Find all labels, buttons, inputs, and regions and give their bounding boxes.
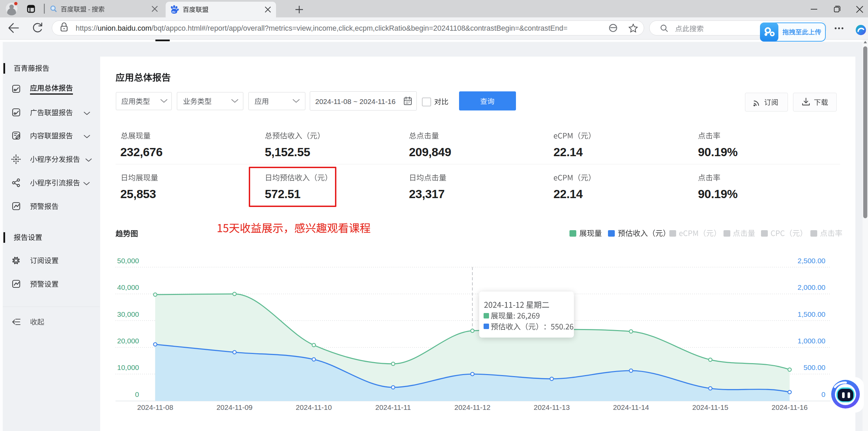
- svg-text:10,000: 10,000: [117, 363, 139, 371]
- svg-text:232,676: 232,676: [120, 145, 163, 159]
- svg-text:20,000: 20,000: [117, 337, 139, 345]
- svg-text:2,000.00: 2,000.00: [797, 283, 825, 291]
- svg-text:90.19%: 90.19%: [698, 145, 738, 159]
- svg-text:2024-11-11: 2024-11-11: [375, 403, 411, 411]
- svg-text:5,152.55: 5,152.55: [265, 145, 310, 159]
- svg-text:572.51: 572.51: [265, 187, 301, 200]
- svg-text:2024-11-15: 2024-11-15: [692, 403, 728, 411]
- svg-text:30,000: 30,000: [117, 310, 139, 318]
- svg-text:0: 0: [821, 390, 825, 398]
- svg-text:2024-11-09: 2024-11-09: [216, 403, 253, 411]
- svg-text:0: 0: [135, 390, 139, 398]
- svg-text:2024-11-08 ~ 2024-11-16: 2024-11-08 ~ 2024-11-16: [315, 98, 396, 105]
- svg-text:22.14: 22.14: [553, 187, 583, 200]
- svg-text:2,500.00: 2,500.00: [797, 257, 825, 265]
- svg-text:2024-11-12: 2024-11-12: [454, 403, 490, 411]
- svg-text:2024-11-10: 2024-11-10: [296, 403, 332, 411]
- svg-text:1,500.00: 1,500.00: [797, 310, 825, 318]
- svg-text:2024-11-13: 2024-11-13: [534, 403, 570, 411]
- svg-text:50,000: 50,000: [117, 257, 139, 265]
- svg-text:2024-11-16: 2024-11-16: [772, 403, 808, 411]
- svg-text:2024-11-14: 2024-11-14: [613, 403, 649, 411]
- svg-text:1,000.00: 1,000.00: [797, 337, 825, 345]
- svg-text:90.19%: 90.19%: [698, 187, 738, 200]
- svg-text:22.14: 22.14: [553, 145, 583, 159]
- svg-text:209,849: 209,849: [409, 145, 451, 159]
- svg-text:500.00: 500.00: [804, 363, 825, 371]
- svg-text:https://union.baidu.com/bqt/ap: https://union.baidu.com/bqt/appco.html#/…: [76, 24, 567, 32]
- svg-text:25,853: 25,853: [120, 187, 156, 200]
- svg-text:23,317: 23,317: [409, 187, 445, 200]
- svg-text:2024-11-08: 2024-11-08: [137, 403, 173, 411]
- svg-text:40,000: 40,000: [117, 283, 139, 291]
